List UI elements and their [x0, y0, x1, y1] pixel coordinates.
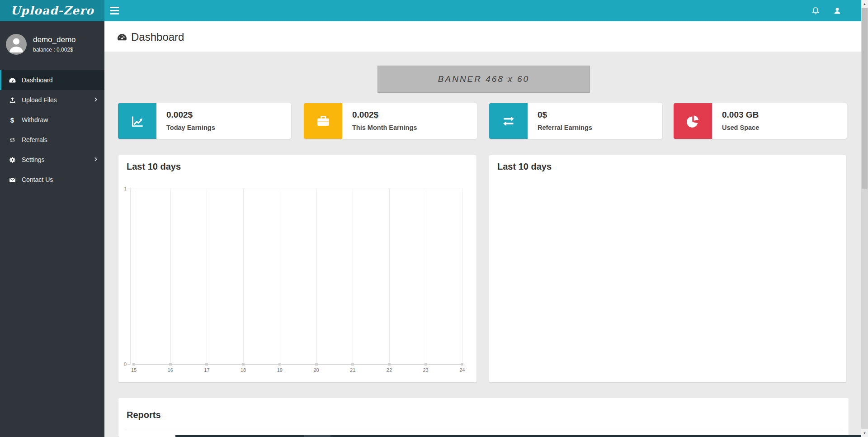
notifications-button[interactable] — [806, 0, 825, 21]
bell-icon — [811, 6, 820, 15]
y-tick-label: 1 — [118, 186, 127, 191]
stat-value: 0.002$ — [166, 110, 215, 120]
tachometer-icon — [7, 76, 17, 84]
app-window: Upload-Zero demo_demo balance : 0.002$ — [0, 0, 868, 437]
x-tick-label: 23 — [419, 367, 433, 373]
chart-panel-empty: Last 10 days — [489, 155, 846, 382]
sidebar-item-label: Referrals — [22, 136, 47, 143]
exchange-icon — [489, 103, 528, 139]
sidebar-item-label: Contact Us — [22, 176, 53, 183]
pie-chart-icon — [674, 103, 712, 139]
sidebar-menu: Dashboard Upload Files $ Withdraw — [0, 70, 104, 190]
tachometer-icon — [117, 32, 127, 43]
x-tick-label: 19 — [273, 367, 287, 373]
sidebar-item-dashboard[interactable]: Dashboard — [0, 70, 104, 90]
data-point — [315, 363, 318, 366]
stat-card-month-earnings: 0.002$ This Month Earnings — [304, 103, 477, 139]
x-tick-label: 16 — [163, 367, 178, 373]
chevron-right-icon — [93, 96, 99, 104]
data-point — [388, 363, 391, 366]
y-tick-label: 0 — [118, 361, 127, 367]
sidebar-toggle-button[interactable] — [110, 0, 129, 21]
x-tick-label: 18 — [236, 367, 250, 373]
sidebar: demo_demo balance : 0.002$ Dashboard — [0, 21, 104, 437]
stat-label: Referral Earnings — [538, 124, 592, 131]
stat-value: 0$ — [538, 110, 592, 120]
data-point — [278, 363, 281, 366]
stat-value: 0.002$ — [352, 110, 417, 120]
x-tick-label: 15 — [127, 367, 141, 373]
data-point — [425, 363, 427, 366]
x-tick-label: 17 — [199, 367, 214, 373]
sidebar-item-label: Upload Files — [22, 96, 57, 104]
top-navbar: Upload-Zero — [0, 0, 861, 21]
chart-line-icon — [118, 103, 156, 139]
sidebar-item-label: Withdraw — [22, 116, 48, 124]
sidebar-item-withdraw[interactable]: $ Withdraw — [0, 110, 104, 130]
app-logo[interactable]: Upload-Zero — [0, 0, 104, 21]
data-point — [461, 363, 463, 366]
stat-value: 0.003 GB — [722, 110, 759, 120]
envelope-icon — [7, 176, 17, 184]
avatar — [6, 34, 27, 55]
retweet-icon — [7, 136, 17, 144]
x-tick-label: 21 — [345, 367, 360, 373]
sidebar-item-upload-files[interactable]: Upload Files — [0, 90, 104, 110]
sidebar-item-referrals[interactable]: Referrals — [0, 130, 104, 150]
person-icon — [6, 34, 27, 55]
page-title-text: Dashboard — [131, 31, 184, 43]
reports-panel: Reports — [118, 398, 849, 437]
user-menu-button[interactable] — [828, 0, 847, 21]
gear-icon — [7, 156, 17, 164]
username: demo_demo — [33, 35, 76, 44]
sidebar-item-contact-us[interactable]: Contact Us — [0, 170, 104, 190]
ad-banner[interactable]: BANNER 468 x 60 — [377, 66, 590, 93]
data-point — [132, 363, 135, 366]
user-icon — [833, 6, 842, 15]
x-tick-label: 22 — [382, 367, 396, 373]
vertical-scrollbar[interactable]: ▲ ▼ — [861, 0, 868, 437]
user-balance: balance : 0.002$ — [33, 47, 73, 53]
scroll-down-button[interactable]: ▼ — [861, 429, 868, 437]
stat-card-today-earnings: 0.002$ Today Earnings — [118, 103, 291, 139]
briefcase-icon — [304, 103, 342, 139]
upload-icon — [7, 96, 17, 104]
stat-label: Used Space — [722, 124, 759, 131]
bottom-edge-bar — [175, 435, 861, 437]
panel-title: Last 10 days — [127, 162, 181, 172]
content-header — [104, 21, 861, 52]
scrollbar-thumb[interactable] — [862, 8, 868, 189]
x-tick-label: 20 — [309, 367, 324, 373]
stat-label: This Month Earnings — [352, 124, 417, 131]
panel-title: Reports — [127, 410, 161, 420]
x-tick-label: 24 — [455, 367, 469, 373]
panel-title: Last 10 days — [497, 162, 552, 172]
stat-card-used-space: 0.003 GB Used Space — [674, 103, 847, 139]
data-point — [351, 363, 354, 366]
page-title: Dashboard — [117, 31, 184, 43]
stat-label: Today Earnings — [166, 124, 215, 131]
chevron-right-icon — [93, 156, 99, 164]
dollar-icon: $ — [7, 116, 17, 124]
data-point — [242, 363, 245, 366]
sidebar-item-label: Dashboard — [22, 76, 53, 84]
divider — [125, 429, 842, 429]
chart-panel-earnings: Last 10 days 1516171819202122232410 — [118, 155, 476, 382]
data-point — [205, 363, 208, 366]
data-point — [169, 363, 172, 366]
bottom-edge-bar-segment — [304, 435, 330, 437]
series-line — [134, 364, 462, 365]
sidebar-item-settings[interactable]: Settings — [0, 150, 104, 170]
sidebar-item-label: Settings — [22, 156, 45, 163]
scroll-up-button[interactable]: ▲ — [861, 0, 868, 8]
stat-card-referral-earnings: 0$ Referral Earnings — [489, 103, 662, 139]
